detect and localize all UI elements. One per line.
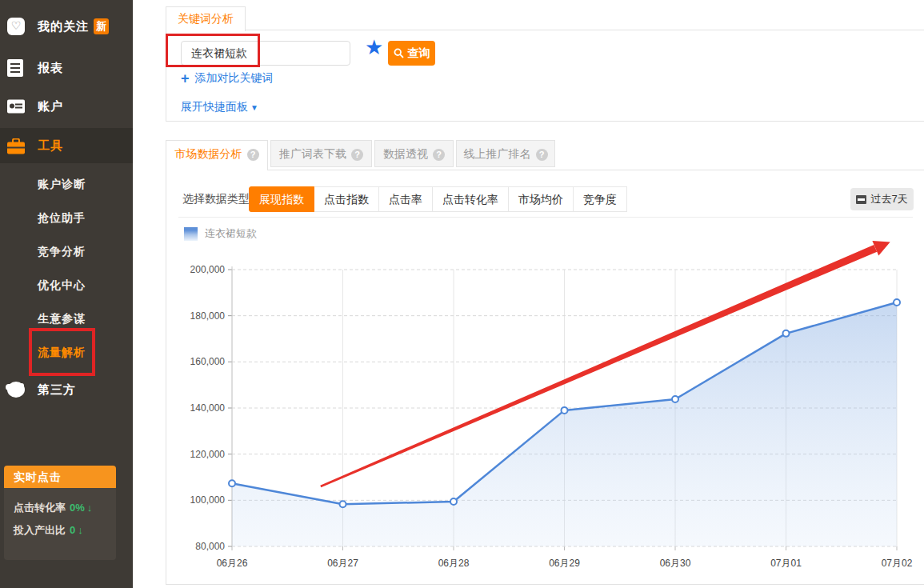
- svg-text:06月30: 06月30: [660, 558, 691, 569]
- sidebar-item-label: 第三方: [38, 382, 76, 398]
- briefcase-icon: [7, 142, 25, 154]
- realtime-click-widget: 实时点击 点击转化率0%↓ 投入产出比0↓: [4, 466, 116, 560]
- sidebar-item-tools[interactable]: 工具: [0, 128, 133, 163]
- add-compare-label: 添加对比关键词: [195, 71, 274, 86]
- down-arrow-icon: ↓: [78, 524, 83, 536]
- svg-text:100,000: 100,000: [190, 494, 226, 506]
- metric-click-rate[interactable]: 点击率: [378, 186, 433, 212]
- svg-text:06月26: 06月26: [217, 558, 248, 569]
- heart-glyph: ♡: [11, 19, 22, 32]
- metric-competition[interactable]: 竞争度: [573, 186, 627, 212]
- trend-line-chart: 06月2606月2706月2806月2906月3007月0107月0280,00…: [166, 222, 924, 586]
- help-icon[interactable]: ?: [536, 149, 548, 161]
- sidebar-subitem-competition-analysis[interactable]: 竞争分析: [38, 245, 126, 261]
- metric-market-avg-price[interactable]: 市场均价: [508, 186, 574, 212]
- date-range-button[interactable]: 过去7天: [850, 188, 914, 210]
- tab-data-perspective[interactable]: 数据透视?: [374, 140, 454, 167]
- sidebar-item-label: 报表: [38, 61, 63, 76]
- help-icon[interactable]: ?: [433, 149, 445, 161]
- legend-swatch-icon: [184, 227, 198, 241]
- metric-click-conversion-rate[interactable]: 点击转化率: [432, 186, 509, 212]
- new-badge: 新: [94, 18, 109, 34]
- report-icon-lines: [10, 63, 20, 65]
- add-compare-keyword-link[interactable]: + 添加对比关键词: [181, 71, 274, 86]
- tab-market-data-analysis[interactable]: 市场数据分析?: [166, 140, 268, 170]
- svg-text:160,000: 160,000: [190, 356, 226, 367]
- plus-icon: +: [181, 73, 190, 84]
- svg-text:200,000: 200,000: [190, 264, 226, 275]
- search-icon: [394, 48, 404, 58]
- expand-label: 展开快捷面板: [181, 100, 248, 114]
- svg-text:07月01: 07月01: [770, 558, 802, 569]
- query-button[interactable]: 查询: [388, 41, 435, 66]
- controls-separator: [178, 217, 913, 218]
- metric-click-index[interactable]: 点击指数: [314, 186, 379, 212]
- realtime-row-value: 0: [70, 524, 75, 536]
- sidebar-subitem-optimization-center[interactable]: 优化中心: [38, 278, 126, 294]
- sidebar-item-label: 工具: [38, 138, 63, 154]
- caret-down-icon: ▼: [250, 103, 258, 112]
- svg-text:180,000: 180,000: [190, 310, 226, 322]
- legend-label: 连衣裙短款: [205, 226, 257, 241]
- report-icon: [7, 59, 23, 77]
- down-arrow-icon: ↓: [87, 502, 93, 514]
- metric-impression-index[interactable]: 展现指数: [249, 186, 314, 212]
- trend-arrow-shaft: [320, 245, 877, 487]
- realtime-row-roi: 投入产出比0↓: [14, 523, 83, 538]
- svg-text:07月02: 07月02: [882, 558, 913, 569]
- date-range-label: 过去7天: [870, 192, 907, 206]
- svg-text:06月29: 06月29: [549, 558, 580, 569]
- tab-label: 市场数据分析: [175, 147, 242, 160]
- third-party-icon: [7, 382, 25, 398]
- sidebar-item-third-party[interactable]: 第三方: [0, 379, 133, 400]
- help-icon[interactable]: ?: [247, 149, 259, 161]
- sidebar-subitem-business-advisor[interactable]: 生意参谋: [38, 312, 126, 328]
- id-card-icon-lines: [15, 104, 22, 106]
- query-button-label: 查询: [408, 46, 430, 61]
- favorite-star-icon[interactable]: ★: [365, 35, 383, 60]
- calendar-icon: [856, 195, 866, 204]
- metric-button-group: 展现指数 点击指数 点击率 点击转化率 市场均价 竞争度: [249, 186, 627, 212]
- keyword-input[interactable]: [181, 41, 350, 66]
- sidebar: ♡ 我的关注 新 报表 账户 工具 账户诊断 抢位助手 竞争分析 优化中心 生意: [0, 0, 133, 588]
- keyword-search-panel: ★ 查询 + 添加对比关键词 展开快捷面板 ▼: [166, 30, 924, 122]
- heart-icon: ♡: [7, 18, 25, 35]
- id-card-icon-dot: [10, 104, 14, 109]
- realtime-row-label: 点击转化率: [14, 502, 66, 514]
- tab-promo-wordlist-download[interactable]: 推广词表下载?: [270, 140, 372, 167]
- realtime-row-label: 投入产出比: [14, 524, 66, 536]
- id-card-icon: [7, 100, 25, 114]
- tab-online-promo-ranking[interactable]: 线上推广排名?: [456, 140, 555, 167]
- realtime-row-value: 0%: [70, 502, 85, 514]
- svg-text:06月27: 06月27: [327, 558, 358, 569]
- sidebar-item-label: 我的关注: [38, 19, 89, 34]
- tab-label: 线上推广排名: [464, 147, 531, 160]
- app-screen: ♡ 我的关注 新 报表 账户 工具 账户诊断 抢位助手 竞争分析 优化中心 生意: [0, 0, 924, 588]
- sidebar-subitem-traffic-analysis[interactable]: 流量解析: [38, 346, 126, 362]
- tab-label: 数据透视: [383, 147, 428, 160]
- svg-text:80,000: 80,000: [195, 541, 225, 552]
- third-party-icon-bump: [6, 384, 12, 390]
- briefcase-icon-handle: [12, 138, 20, 143]
- trend-arrow-head: [872, 241, 890, 255]
- briefcase-icon-seam: [7, 147, 25, 149]
- sidebar-subitem-rank-assistant[interactable]: 抢位助手: [38, 211, 126, 227]
- help-icon[interactable]: ?: [351, 149, 363, 161]
- tab-keyword-analysis[interactable]: 关键词分析: [166, 6, 246, 31]
- svg-text:120,000: 120,000: [190, 449, 226, 460]
- sidebar-subitem-account-diagnosis[interactable]: 账户诊断: [38, 178, 126, 194]
- chart-legend: 连衣裙短款: [184, 226, 257, 241]
- realtime-widget-title: 实时点击: [4, 466, 116, 488]
- sidebar-item-label: 账户: [38, 99, 63, 114]
- svg-text:140,000: 140,000: [190, 402, 226, 414]
- expand-quick-panel-link[interactable]: 展开快捷面板 ▼: [181, 100, 258, 114]
- sidebar-item-reports[interactable]: 报表: [0, 58, 133, 78]
- tab-label: 推广词表下载: [279, 147, 346, 160]
- svg-text:06月28: 06月28: [438, 558, 470, 569]
- calendar-icon-slot: [858, 198, 865, 202]
- market-data-panel: 选择数据类型： 展现指数 点击指数 点击率 点击转化率 市场均价 竞争度 过去7…: [166, 170, 924, 585]
- realtime-row-ctr: 点击转化率0%↓: [14, 501, 92, 515]
- sidebar-item-my-follow[interactable]: ♡ 我的关注 新: [0, 16, 133, 37]
- sidebar-item-account[interactable]: 账户: [0, 96, 133, 117]
